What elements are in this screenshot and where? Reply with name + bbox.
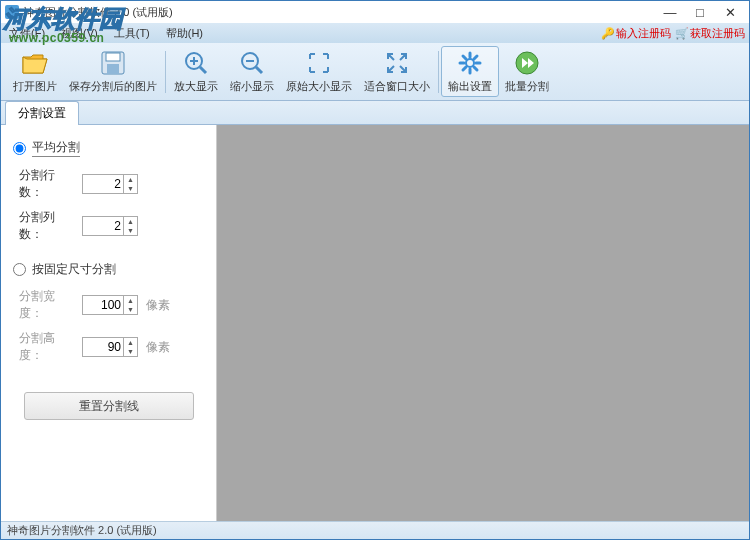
width-input[interactable] bbox=[83, 297, 123, 313]
down-arrow-icon[interactable]: ▼ bbox=[124, 347, 137, 356]
image-canvas[interactable] bbox=[217, 125, 749, 523]
zoom-orig-label: 原始大小显示 bbox=[286, 79, 352, 94]
tab-bar: 分割设置 bbox=[1, 101, 749, 125]
open-label: 打开图片 bbox=[13, 79, 57, 94]
menu-view[interactable]: 视图(V) bbox=[57, 25, 102, 42]
avg-split-label: 平均分割 bbox=[32, 139, 80, 157]
close-button[interactable]: ✕ bbox=[715, 2, 745, 22]
gear-icon bbox=[456, 49, 484, 77]
header-right-links: 🔑 输入注册码 🛒 获取注册码 bbox=[601, 26, 745, 41]
height-input[interactable] bbox=[83, 339, 123, 355]
menu-bar: 文件(F) 视图(V) 工具(T) 帮助(H) 🔑 输入注册码 🛒 获取注册码 bbox=[1, 23, 749, 43]
title-bar: 神奇图片分割软件 2.0 (试用版) — □ ✕ bbox=[1, 1, 749, 23]
height-field: 分割高度： ▲▼ 像素 bbox=[13, 330, 204, 364]
svg-rect-2 bbox=[107, 64, 119, 74]
down-arrow-icon[interactable]: ▼ bbox=[124, 305, 137, 314]
status-bar: 神奇图片分割软件 2.0 (试用版) bbox=[1, 521, 749, 539]
batch-label: 批量分割 bbox=[505, 79, 549, 94]
spinner-arrows[interactable]: ▲▼ bbox=[123, 217, 137, 235]
height-spinner[interactable]: ▲▼ bbox=[82, 337, 138, 357]
open-image-button[interactable]: 打开图片 bbox=[7, 47, 63, 96]
reset-lines-button[interactable]: 重置分割线 bbox=[24, 392, 194, 420]
up-arrow-icon[interactable]: ▲ bbox=[124, 338, 137, 347]
zoom-fit-icon bbox=[383, 49, 411, 77]
app-icon bbox=[5, 5, 19, 19]
width-spinner[interactable]: ▲▼ bbox=[82, 295, 138, 315]
avg-split-radio[interactable] bbox=[13, 142, 26, 155]
status-text: 神奇图片分割软件 2.0 (试用版) bbox=[7, 524, 157, 536]
toolbar-separator bbox=[438, 51, 439, 93]
height-label: 分割高度： bbox=[19, 330, 74, 364]
menu-file[interactable]: 文件(F) bbox=[5, 25, 49, 42]
zoom-in-label: 放大显示 bbox=[174, 79, 218, 94]
fixed-split-radio[interactable] bbox=[13, 263, 26, 276]
up-arrow-icon[interactable]: ▲ bbox=[124, 175, 137, 184]
avg-split-group: 平均分割 分割行数： ▲▼ 分割列数： ▲▼ bbox=[13, 139, 204, 243]
zoom-fit-button[interactable]: 适合窗口大小 bbox=[358, 47, 436, 96]
zoom-out-icon bbox=[238, 49, 266, 77]
get-code-label: 获取注册码 bbox=[690, 26, 745, 41]
svg-point-5 bbox=[466, 59, 474, 67]
avg-split-radio-row[interactable]: 平均分割 bbox=[13, 139, 204, 157]
down-arrow-icon[interactable]: ▼ bbox=[124, 184, 137, 193]
output-label: 输出设置 bbox=[448, 79, 492, 94]
up-arrow-icon[interactable]: ▲ bbox=[124, 296, 137, 305]
rows-label: 分割行数： bbox=[19, 167, 74, 201]
width-label: 分割宽度： bbox=[19, 288, 74, 322]
rows-spinner[interactable]: ▲▼ bbox=[82, 174, 138, 194]
window-title: 神奇图片分割软件 2.0 (试用版) bbox=[23, 5, 173, 20]
cart-icon: 🛒 bbox=[675, 27, 689, 40]
rows-field: 分割行数： ▲▼ bbox=[13, 167, 204, 201]
batch-split-button[interactable]: 批量分割 bbox=[499, 47, 555, 96]
toolbar-separator bbox=[165, 51, 166, 93]
toolbar: 打开图片 保存分割后的图片 放大显示 缩小显示 原始大小显示 适合窗口大小 bbox=[1, 43, 749, 101]
zoom-in-icon bbox=[182, 49, 210, 77]
folder-open-icon bbox=[21, 49, 49, 77]
content-area: 平均分割 分割行数： ▲▼ 分割列数： ▲▼ 按固定尺寸分割 bbox=[1, 125, 749, 523]
menu-help[interactable]: 帮助(H) bbox=[162, 25, 207, 42]
fixed-split-radio-row[interactable]: 按固定尺寸分割 bbox=[13, 261, 204, 278]
spinner-arrows[interactable]: ▲▼ bbox=[123, 175, 137, 193]
save-image-button[interactable]: 保存分割后的图片 bbox=[63, 47, 163, 96]
width-field: 分割宽度： ▲▼ 像素 bbox=[13, 288, 204, 322]
save-label: 保存分割后的图片 bbox=[69, 79, 157, 94]
zoom-in-button[interactable]: 放大显示 bbox=[168, 47, 224, 96]
rows-input[interactable] bbox=[83, 176, 123, 192]
enter-code-label: 输入注册码 bbox=[616, 26, 671, 41]
save-icon bbox=[99, 49, 127, 77]
output-settings-button[interactable]: 输出设置 bbox=[441, 46, 499, 97]
enter-code-link[interactable]: 🔑 输入注册码 bbox=[601, 26, 671, 41]
zoom-original-button[interactable]: 原始大小显示 bbox=[280, 47, 358, 96]
maximize-button[interactable]: □ bbox=[685, 2, 715, 22]
zoom-fit-label: 适合窗口大小 bbox=[364, 79, 430, 94]
down-arrow-icon[interactable]: ▼ bbox=[124, 226, 137, 235]
unit-label: 像素 bbox=[146, 339, 170, 356]
minimize-button[interactable]: — bbox=[655, 2, 685, 22]
get-code-link[interactable]: 🛒 获取注册码 bbox=[675, 26, 745, 41]
spinner-arrows[interactable]: ▲▼ bbox=[123, 338, 137, 356]
zoom-out-button[interactable]: 缩小显示 bbox=[224, 47, 280, 96]
fixed-split-group: 按固定尺寸分割 分割宽度： ▲▼ 像素 分割高度： ▲▼ 像素 bbox=[13, 261, 204, 364]
spinner-arrows[interactable]: ▲▼ bbox=[123, 296, 137, 314]
svg-rect-1 bbox=[106, 53, 120, 61]
cols-label: 分割列数： bbox=[19, 209, 74, 243]
tab-split-settings[interactable]: 分割设置 bbox=[5, 101, 79, 125]
zoom-original-icon bbox=[305, 49, 333, 77]
cols-input[interactable] bbox=[83, 218, 123, 234]
unit-label: 像素 bbox=[146, 297, 170, 314]
cols-spinner[interactable]: ▲▼ bbox=[82, 216, 138, 236]
window-controls: — □ ✕ bbox=[655, 2, 745, 22]
key-icon: 🔑 bbox=[601, 27, 615, 40]
cols-field: 分割列数： ▲▼ bbox=[13, 209, 204, 243]
up-arrow-icon[interactable]: ▲ bbox=[124, 217, 137, 226]
settings-panel: 平均分割 分割行数： ▲▼ 分割列数： ▲▼ 按固定尺寸分割 bbox=[1, 125, 217, 523]
menu-tools[interactable]: 工具(T) bbox=[110, 25, 154, 42]
fixed-split-label: 按固定尺寸分割 bbox=[32, 261, 116, 278]
batch-icon bbox=[513, 49, 541, 77]
zoom-out-label: 缩小显示 bbox=[230, 79, 274, 94]
